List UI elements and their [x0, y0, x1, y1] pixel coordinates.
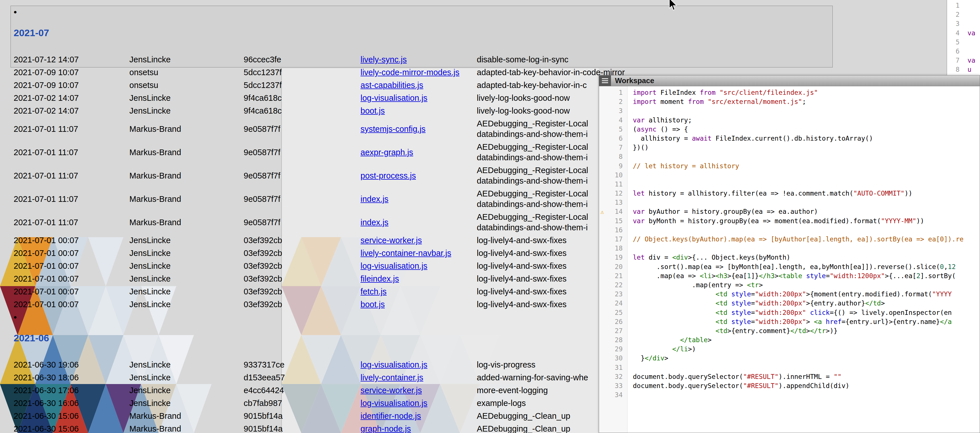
code-line: <td>{entry.comment}</td></tr>)}: [633, 326, 980, 336]
commit-file-link[interactable]: service-worker.js: [361, 386, 422, 395]
code-editor[interactable]: 1234567891011121314⚠15161718192021222324…: [599, 86, 980, 433]
commit-file-link[interactable]: post-process.js: [361, 171, 416, 180]
line-number: 21: [599, 271, 627, 280]
side-editor-line: 6: [947, 47, 980, 56]
commit-file-link[interactable]: log-visualisation.js: [361, 399, 427, 407]
window-menu-button[interactable]: [599, 75, 611, 86]
commit-file-cell: systemjs-config.js: [361, 125, 477, 134]
commit-file-cell: service-worker.js: [361, 386, 477, 395]
commit-hash[interactable]: 9f4ca618c: [243, 106, 361, 115]
side-code-fragment: va: [967, 29, 975, 38]
commit-file-link[interactable]: fileindex.js: [361, 274, 399, 283]
commit-author: Markus-Brand: [129, 218, 243, 227]
commit-file-link[interactable]: aexpr-graph.js: [361, 148, 413, 157]
commit-hash[interactable]: 03ef392cb: [243, 236, 361, 245]
commit-hash[interactable]: 03ef392cb: [243, 249, 361, 258]
commit-hash[interactable]: 9f4ca618c: [243, 93, 361, 103]
line-number: 11: [599, 180, 627, 189]
line-number: 34: [599, 390, 627, 399]
code-line: <td style="width:200px">{moment(entry.mo…: [633, 289, 980, 299]
commit-file-link[interactable]: log-visualisation.js: [361, 261, 427, 270]
desktop: •2021-072021-07-12 14:07JensLincke96ccec…: [0, 0, 980, 433]
commit-file-link[interactable]: identifier-node.js: [361, 411, 421, 420]
commit-hash[interactable]: 9015bf14a: [243, 411, 361, 421]
commit-hash[interactable]: 5dcc1237f: [243, 68, 361, 77]
commit-comment: disable-some-log-in-sync: [477, 54, 832, 65]
window-title: Workspace: [615, 76, 654, 85]
commit-author: Markus-Brand: [129, 148, 243, 157]
line-number: 19: [599, 253, 627, 262]
commit-file-link[interactable]: boot.js: [361, 300, 385, 309]
commit-author: Markus-Brand: [129, 171, 243, 181]
commit-hash[interactable]: 9337317ce: [243, 360, 361, 369]
code-line: [633, 106, 980, 115]
code-line: // let history = allhistory: [633, 161, 980, 171]
commit-file-link[interactable]: log-visualisation.js: [361, 360, 427, 369]
commit-file-link[interactable]: index.js: [361, 195, 388, 203]
commit-file-link[interactable]: boot.js: [361, 106, 385, 115]
code-line: // Object.keys(byAuthor).map(ea => [byAu…: [633, 235, 980, 244]
commit-file-link[interactable]: fetch.js: [361, 287, 387, 296]
commit-comment-line: disable-some-log-in-sync: [477, 54, 832, 65]
commit-author: Markus-Brand: [129, 411, 243, 421]
code-line: [633, 363, 980, 372]
commit-hash[interactable]: 9e0587f7f: [243, 125, 361, 134]
commit-file-link[interactable]: graph-node.js: [361, 424, 411, 433]
commit-hash[interactable]: 03ef392cb: [243, 287, 361, 296]
commit-hash[interactable]: 9e0587f7f: [243, 148, 361, 157]
commit-file-cell: log-visualisation.js: [361, 399, 477, 408]
workspace-titlebar[interactable]: Workspace: [599, 75, 980, 86]
commit-file-link[interactable]: ast-capabilities.js: [361, 81, 423, 89]
side-line-number: 1: [947, 1, 959, 10]
commit-file-link[interactable]: log-visualisation.js: [361, 93, 427, 102]
line-number: 7: [599, 143, 627, 152]
code-line: import moment from "src/external/moment.…: [633, 97, 980, 106]
commit-file-link[interactable]: service-worker.js: [361, 236, 422, 245]
commit-author: Markus-Brand: [129, 125, 243, 134]
commit-date: 2021-07-02 14:07: [14, 106, 129, 115]
code-line: document.body.querySelector("#RESULT").i…: [633, 372, 980, 381]
commit-author: Markus-Brand: [129, 424, 243, 433]
commit-author: JensLincke: [129, 106, 243, 115]
commit-hash[interactable]: 9e0587f7f: [243, 171, 361, 181]
commit-file-link[interactable]: lively-container-navbar.js: [361, 249, 451, 258]
hamburger-icon: [602, 78, 608, 83]
commit-file-link[interactable]: lively-container.js: [361, 373, 423, 382]
side-line-number: 2: [947, 10, 959, 19]
commit-hash[interactable]: cb7fab987: [243, 399, 361, 408]
editor-code[interactable]: import FileIndex from "src/client/filein…: [628, 86, 980, 433]
commit-hash[interactable]: 9015bf14a: [243, 424, 361, 433]
editor-gutter: 1234567891011121314⚠15161718192021222324…: [599, 86, 627, 433]
month-heading: 2021-07: [14, 26, 832, 39]
line-number: 15: [599, 216, 627, 225]
commit-hash[interactable]: 03ef392cb: [243, 274, 361, 284]
commit-file-cell: fetch.js: [361, 287, 477, 296]
code-line: [633, 180, 980, 189]
heading-gap: [14, 39, 832, 53]
commit-hash[interactable]: 96ccec3fe: [243, 55, 361, 64]
commit-date: 2021-06-30 18:06: [14, 373, 129, 382]
commit-hash[interactable]: 9e0587f7f: [243, 195, 361, 204]
commit-hash[interactable]: 03ef392cb: [243, 261, 361, 271]
commit-hash[interactable]: e4cc64424: [243, 386, 361, 395]
commit-file-cell: log-visualisation.js: [361, 261, 477, 271]
commit-author: JensLincke: [129, 360, 243, 369]
commit-date: 2021-07-09 10:07: [14, 81, 129, 90]
commit-date: 2021-07-01 00:07: [14, 300, 129, 309]
side-code-editor[interactable]: 1234va567va8u: [947, 0, 980, 76]
commit-file-link[interactable]: index.js: [361, 218, 388, 227]
commit-file-link[interactable]: lively-code-mirror-modes.js: [361, 68, 460, 77]
line-number: 24: [599, 299, 627, 308]
commit-file-link[interactable]: systemjs-config.js: [361, 125, 426, 134]
commit-author: JensLincke: [129, 55, 243, 64]
commit-file-link[interactable]: lively-sync.js: [361, 55, 407, 64]
commit-hash[interactable]: 03ef392cb: [243, 300, 361, 309]
commit-hash[interactable]: 5dcc1237f: [243, 81, 361, 90]
commit-hash[interactable]: 9e0587f7f: [243, 218, 361, 227]
commit-author: JensLincke: [129, 93, 243, 103]
commit-author: JensLincke: [129, 274, 243, 284]
commit-file-cell: post-process.js: [361, 171, 477, 181]
commit-hash[interactable]: d153eea57: [243, 373, 361, 382]
side-line-number: 5: [947, 38, 959, 47]
commit-file-cell: lively-code-mirror-modes.js: [361, 68, 477, 77]
